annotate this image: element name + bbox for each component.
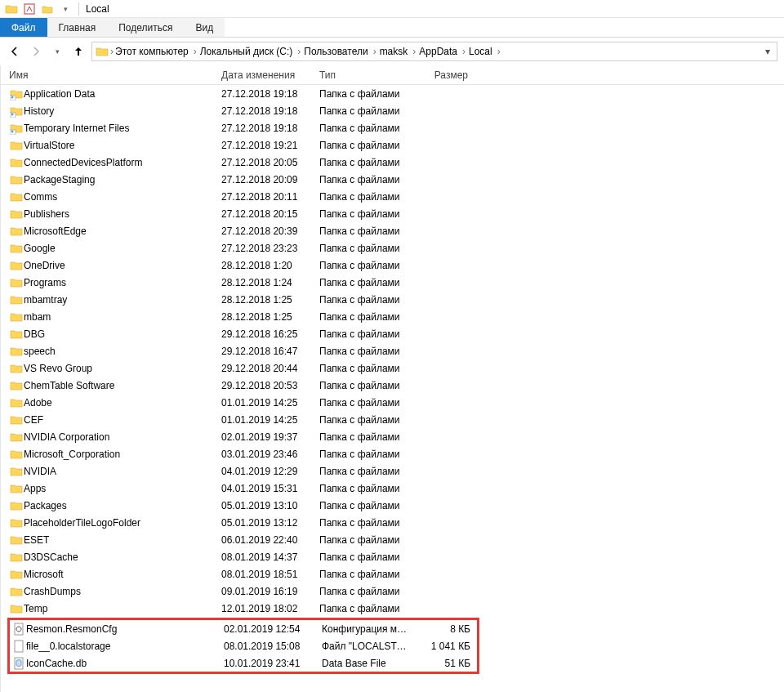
breadcrumb-segment[interactable]: Локальный диск (C:)› <box>200 46 305 57</box>
breadcrumb-label: maksk <box>380 46 408 57</box>
up-button[interactable] <box>70 43 87 60</box>
cell-date: 06.01.2019 22:40 <box>221 534 319 546</box>
cell-type: Папка с файлами <box>319 174 417 185</box>
cell-type: Папка с файлами <box>319 603 417 614</box>
chevron-right-icon[interactable]: › <box>409 46 419 57</box>
table-row[interactable]: PackageStaging27.12.2018 20:09Папка с фа… <box>1 171 784 188</box>
table-row[interactable]: NVIDIA04.01.2019 12:29Папка с файлами <box>1 462 784 480</box>
forward-button[interactable] <box>28 43 44 60</box>
cell-date: 12.01.2019 18:02 <box>221 603 319 614</box>
chevron-right-icon[interactable]: › <box>459 46 469 57</box>
tab-share[interactable]: Поделиться <box>107 18 184 37</box>
table-row[interactable]: History27.12.2018 19:18Папка с файлами <box>1 102 784 119</box>
folder-shortcut-icon <box>9 105 24 118</box>
table-row[interactable]: OneDrive28.12.2018 1:20Папка с файлами <box>1 257 784 274</box>
table-row[interactable]: IconCache.db10.01.2019 23:41Data Base Fi… <box>10 654 477 672</box>
table-row[interactable]: VS Revo Group29.12.2018 20:44Папка с фай… <box>1 359 784 377</box>
table-row[interactable]: CEF01.01.2019 14:25Папка с файлами <box>1 411 784 428</box>
cell-name: PlaceholderTileLogoFolder <box>24 517 221 529</box>
properties-icon[interactable] <box>23 2 36 16</box>
table-row[interactable]: D3DSCache08.01.2019 14:37Папка с файлами <box>1 548 784 565</box>
folder-icon <box>9 482 24 495</box>
table-row[interactable]: NVIDIA Corporation02.01.2019 19:37Папка … <box>1 428 784 445</box>
breadcrumb-segment[interactable]: maksk› <box>380 46 420 57</box>
address-dropdown-icon[interactable]: ▾ <box>762 46 773 57</box>
cell-name: DBG <box>24 328 221 340</box>
table-row[interactable]: Comms27.12.2018 20:11Папка с файлами <box>1 188 784 205</box>
cell-type: Папка с файлами <box>319 483 417 494</box>
table-row[interactable]: CrashDumps09.01.2019 16:19Папка с файлам… <box>1 583 784 600</box>
cell-type: Папка с файлами <box>319 243 417 254</box>
table-row[interactable]: DBG29.12.2018 16:25Папка с файлами <box>1 325 784 342</box>
qat-dropdown-icon[interactable]: ▾ <box>59 2 72 16</box>
cell-date: 04.01.2019 12:29 <box>221 466 319 477</box>
table-row[interactable]: Microsoft_Corporation03.01.2019 23:46Пап… <box>1 445 784 462</box>
cell-name: Programs <box>24 277 221 288</box>
table-row[interactable]: Apps04.01.2019 15:31Папка с файлами <box>1 480 784 497</box>
cell-type: Папка с файлами <box>319 140 417 151</box>
folder-icon <box>9 139 24 152</box>
table-row[interactable]: Temporary Internet Files27.12.2018 19:18… <box>1 119 784 136</box>
breadcrumb-segment[interactable]: AppData› <box>419 46 469 57</box>
table-row[interactable]: Packages05.01.2019 13:10Папка с файлами <box>1 497 784 514</box>
table-row[interactable]: mbamtray28.12.2018 1:25Папка с файлами <box>1 291 784 308</box>
cell-type: Папка с файлами <box>319 414 417 426</box>
table-row[interactable]: Application Data27.12.2018 19:18Папка с … <box>1 85 784 102</box>
recent-dropdown-icon[interactable]: ▾ <box>49 43 65 60</box>
breadcrumb-label: Локальный диск (C:) <box>200 46 293 57</box>
file-icon <box>11 640 26 653</box>
cell-name: mbam <box>24 311 221 323</box>
chevron-right-icon[interactable]: › <box>370 46 380 57</box>
file-list-pane: Имя Дата изменения Тип Размер Applicatio… <box>1 65 784 692</box>
column-type[interactable]: Тип <box>319 69 417 81</box>
table-row[interactable]: file__0.localstorage08.01.2019 15:08Файл… <box>10 637 477 654</box>
column-name[interactable]: Имя <box>9 69 221 81</box>
tab-home[interactable]: Главная <box>47 18 108 37</box>
cell-type: Файл "LOCALSTO… <box>322 641 420 652</box>
table-row[interactable]: Programs28.12.2018 1:24Папка с файлами <box>1 274 784 291</box>
tab-file[interactable]: Файл <box>0 18 47 37</box>
table-row[interactable]: Adobe01.01.2019 14:25Папка с файлами <box>1 394 784 411</box>
tab-view[interactable]: Вид <box>184 18 225 37</box>
cell-date: 09.01.2019 16:19 <box>221 586 319 597</box>
db-icon <box>11 657 26 670</box>
breadcrumb-segment[interactable]: Этот компьютер› <box>115 46 200 57</box>
chevron-right-icon[interactable]: › <box>494 46 504 57</box>
table-row[interactable]: speech29.12.2018 16:47Папка с файлами <box>1 342 784 359</box>
breadcrumb-segment[interactable]: Local› <box>469 46 504 57</box>
cell-name: NVIDIA <box>24 466 221 477</box>
folder-icon <box>9 173 24 186</box>
cell-type: Папка с файлами <box>319 311 417 323</box>
separator <box>78 2 79 16</box>
table-row[interactable]: Google27.12.2018 23:23Папка с файлами <box>1 239 784 257</box>
chevron-right-icon[interactable]: › <box>190 46 200 57</box>
table-row[interactable]: Microsoft08.01.2019 18:51Папка с файлами <box>1 565 784 583</box>
breadcrumb-label: Local <box>469 46 492 57</box>
column-size[interactable]: Размер <box>417 69 474 81</box>
cell-type: Папка с файлами <box>319 105 417 117</box>
table-row[interactable]: Resmon.ResmonCfg02.01.2019 12:54Конфигур… <box>10 620 477 637</box>
table-row[interactable]: MicrosoftEdge27.12.2018 20:39Папка с фай… <box>1 222 784 239</box>
folder-small-icon[interactable] <box>41 2 54 16</box>
chevron-right-icon[interactable]: › <box>110 46 114 57</box>
back-button[interactable] <box>7 43 23 60</box>
cell-type: Папка с файлами <box>319 328 417 340</box>
chevron-right-icon[interactable]: › <box>294 46 304 57</box>
address-bar[interactable]: › Этот компьютер›Локальный диск (C:)›Пол… <box>91 42 777 61</box>
folder-icon <box>9 276 24 289</box>
table-row[interactable]: ChemTable Software29.12.2018 20:53Папка … <box>1 377 784 394</box>
breadcrumb-label: Этот компьютер <box>115 46 189 57</box>
table-row[interactable]: ESET06.01.2019 22:40Папка с файлами <box>1 531 784 548</box>
cell-name: Application Data <box>24 88 221 100</box>
table-row[interactable]: VirtualStore27.12.2018 19:21Папка с файл… <box>1 136 784 154</box>
cell-type: Папка с файлами <box>319 363 417 374</box>
table-row[interactable]: mbam28.12.2018 1:25Папка с файлами <box>1 308 784 325</box>
table-row[interactable]: PlaceholderTileLogoFolder05.01.2019 13:1… <box>1 514 784 531</box>
table-row[interactable]: Temp12.01.2019 18:02Папка с файлами <box>1 600 784 617</box>
cell-type: Папка с файлами <box>319 157 417 168</box>
breadcrumb-segment[interactable]: Пользователи› <box>304 46 379 57</box>
table-row[interactable]: Publishers27.12.2018 20:15Папка с файлам… <box>1 205 784 222</box>
column-date[interactable]: Дата изменения <box>221 69 319 81</box>
table-row[interactable]: ConnectedDevicesPlatform27.12.2018 20:05… <box>1 154 784 171</box>
cell-date: 28.12.2018 1:20 <box>221 260 319 271</box>
